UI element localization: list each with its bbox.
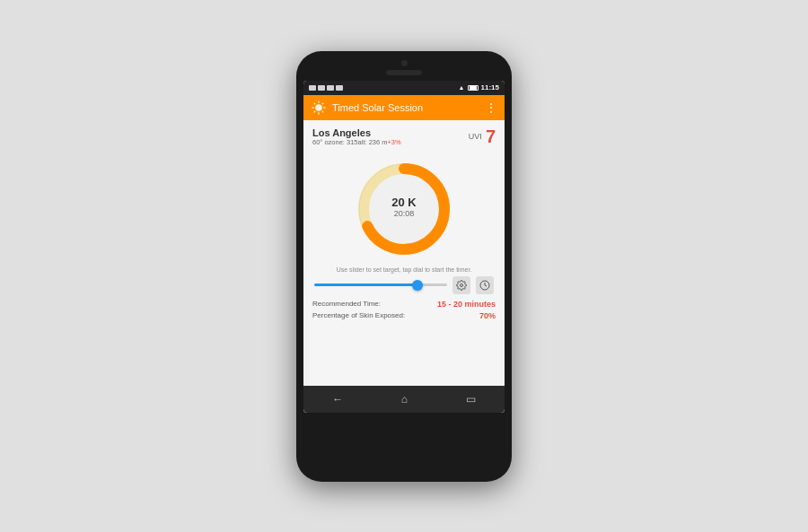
svg-point-12 [461, 283, 463, 286]
dial-svg: 20 K 20:08 [350, 155, 458, 263]
sun-icon [311, 100, 327, 116]
recommended-time-value: 15 - 20 minutes [437, 300, 496, 309]
skin-exposed-value: 70% [479, 311, 496, 320]
skin-exposed-label: Percentage of Skin Exposed: [312, 311, 405, 319]
slider-row [312, 276, 496, 294]
uvi-value: 7 [486, 127, 496, 145]
recommended-time-row: Recommended Time: 15 - 20 minutes [312, 300, 496, 309]
slider-container[interactable] [314, 279, 447, 292]
phone-screen: ▲ 11:15 Timed Solar Sessi [303, 81, 505, 413]
back-button[interactable]: ← [332, 393, 343, 406]
dial-center-value: 20 K [391, 196, 417, 209]
dial-sub-value: 20:08 [394, 209, 415, 218]
app-toolbar: Timed Solar Session ⋮ [303, 95, 505, 120]
sync-icon [336, 85, 343, 91]
uvi-label: UVI [469, 132, 482, 141]
home-button[interactable]: ⌂ [401, 393, 408, 406]
wifi-icon: ▲ [459, 84, 465, 91]
status-icons [309, 85, 343, 91]
svg-line-6 [322, 110, 324, 112]
battery-icon [468, 85, 479, 91]
svg-line-8 [314, 110, 316, 112]
bottom-nav: ← ⌂ ▭ [303, 386, 505, 413]
svg-line-5 [314, 102, 316, 104]
alarm-icon [318, 85, 325, 91]
uvi-container: UVI 7 [469, 127, 496, 145]
status-bar: ▲ 11:15 [303, 81, 505, 95]
svg-line-7 [322, 102, 324, 104]
phone-speaker [386, 70, 422, 75]
bluetooth-icon [327, 85, 334, 91]
recommended-time-label: Recommended Time: [312, 300, 381, 308]
location-details: 60° ozone: 315alt: 236 m+3% [312, 138, 401, 146]
more-options-button[interactable]: ⋮ [485, 101, 497, 114]
skin-exposed-row: Percentage of Skin Exposed: 70% [312, 311, 496, 320]
phone-camera [401, 60, 408, 66]
notification-icon [309, 85, 316, 91]
slider-thumb[interactable] [412, 280, 423, 291]
location-info: Los Angeles 60° ozone: 315alt: 236 m+3% [312, 127, 401, 146]
location-row: Los Angeles 60° ozone: 315alt: 236 m+3% … [312, 127, 496, 146]
location-name: Los Angeles [312, 127, 401, 138]
slider-hint: Use slider to set target, tap dial to st… [312, 266, 496, 273]
timer-button[interactable] [476, 276, 494, 294]
phone-device: ▲ 11:15 Timed Solar Sessi [296, 51, 512, 482]
settings-button[interactable] [452, 276, 470, 294]
svg-point-0 [315, 104, 322, 111]
dial-container[interactable]: 20 K 20:08 [312, 155, 496, 263]
status-time: 11:15 [481, 83, 499, 92]
slider-track [314, 283, 447, 286]
recents-button[interactable]: ▭ [466, 393, 476, 406]
app-title: Timed Solar Session [332, 102, 479, 113]
content-area: Los Angeles 60° ozone: 315alt: 236 m+3% … [303, 120, 505, 386]
